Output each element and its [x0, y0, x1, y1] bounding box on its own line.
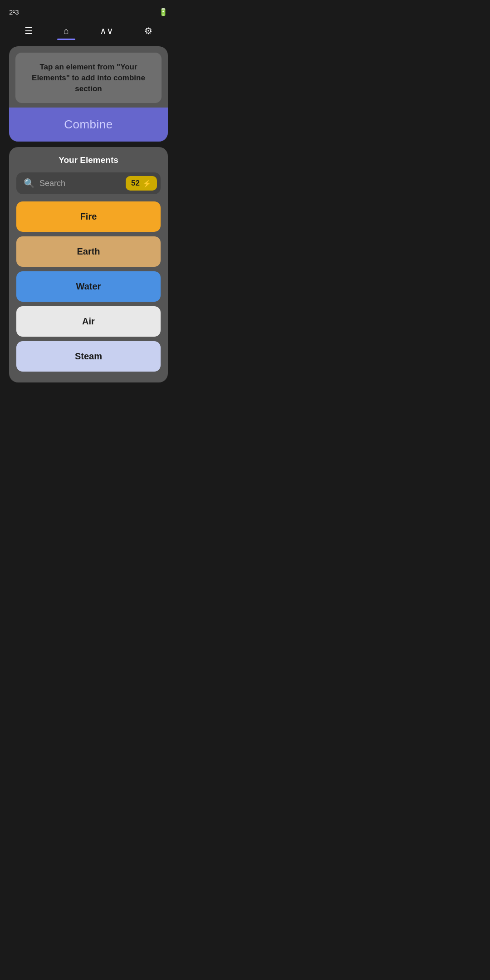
home-icon[interactable]: ⌂ — [64, 26, 69, 36]
element-air-label: Air — [82, 316, 95, 326]
nav-bar: ☰ ⌂ ∧∨ ⚙ — [0, 22, 177, 42]
element-count-number: 52 — [131, 179, 140, 188]
elements-section: Your Elements 🔍 52 ⚡ Fire Earth Water Ai… — [9, 147, 168, 382]
status-icons: 🔋 — [159, 8, 168, 16]
element-count-icon: ⚡ — [142, 179, 152, 188]
elements-list: Fire Earth Water Air Steam — [16, 201, 161, 372]
status-bar: 2¹3 🔋 — [0, 0, 177, 22]
element-fire[interactable]: Fire — [16, 201, 161, 232]
combine-hint: Tap an element from "Your Elements" to a… — [15, 53, 162, 103]
combine-button[interactable]: Combine — [9, 108, 168, 142]
element-earth-label: Earth — [77, 246, 100, 256]
sort-icon[interactable]: ∧∨ — [100, 25, 113, 36]
element-earth[interactable]: Earth — [16, 236, 161, 267]
main-container: Tap an element from "Your Elements" to a… — [0, 42, 177, 392]
menu-icon[interactable]: ☰ — [24, 25, 33, 36]
element-steam-label: Steam — [75, 351, 102, 361]
settings-icon[interactable]: ⚙ — [144, 25, 152, 36]
battery-icon: 🔋 — [159, 8, 168, 16]
element-water[interactable]: Water — [16, 271, 161, 302]
search-bar: 🔍 52 ⚡ — [16, 172, 161, 194]
element-fire-label: Fire — [80, 211, 97, 221]
element-air[interactable]: Air — [16, 306, 161, 337]
element-water-label: Water — [76, 281, 101, 291]
combine-button-label: Combine — [64, 118, 113, 131]
element-count-badge: 52 ⚡ — [126, 176, 157, 191]
combine-hint-text: Tap an element from "Your Elements" to a… — [32, 63, 145, 93]
element-steam[interactable]: Steam — [16, 341, 161, 372]
combine-section: Tap an element from "Your Elements" to a… — [9, 46, 168, 142]
elements-section-title: Your Elements — [16, 155, 161, 165]
search-icon: 🔍 — [24, 178, 35, 189]
status-time: 2¹3 — [9, 8, 19, 16]
